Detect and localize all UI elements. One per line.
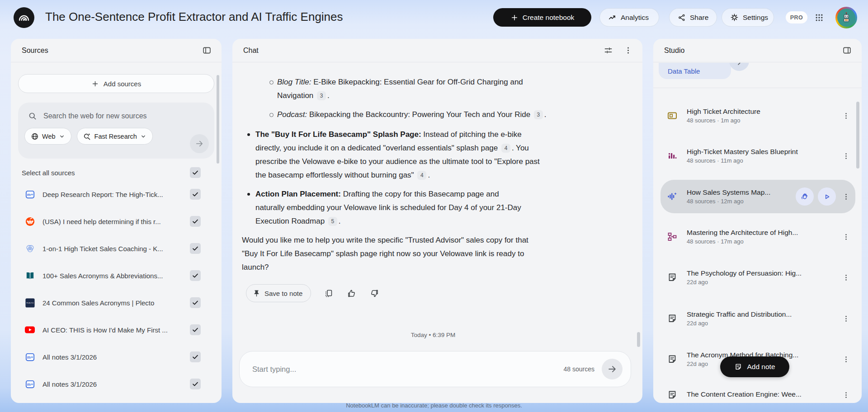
notebooklm-logo-icon[interactable] — [14, 7, 34, 28]
chat-scrollbar[interactable] — [637, 332, 640, 347]
chat-text-input[interactable] — [252, 365, 564, 374]
studio-scrollbar[interactable] — [856, 102, 859, 169]
collapse-studio-panel-icon[interactable] — [840, 44, 854, 57]
svg-text:m+: m+ — [27, 355, 33, 360]
item-menu-icon[interactable] — [840, 313, 852, 324]
search-icon — [28, 112, 37, 121]
select-all-sources-label: Select all sources — [22, 169, 75, 177]
select-all-checkbox[interactable] — [190, 167, 201, 178]
avatar-robot-image — [837, 9, 855, 27]
plus-icon — [91, 80, 99, 88]
svg-text:PLECTO: PLECTO — [26, 302, 33, 304]
table-frame-icon — [667, 110, 678, 121]
source-row[interactable]: (USA) I need help determining if this r.… — [11, 211, 222, 232]
reddit-icon — [24, 216, 35, 227]
chat-panel: Chat Blog Title: E-Bike Bikepacking: Ess… — [232, 39, 642, 403]
source-checkbox[interactable] — [190, 243, 201, 254]
citation-chip[interactable]: 4 — [417, 171, 426, 180]
citation-chip[interactable]: 5 — [328, 217, 337, 226]
youtube-icon — [24, 324, 35, 335]
add-note-button[interactable]: Add note — [720, 356, 789, 377]
chat-input-bar: 48 sources — [239, 351, 631, 387]
note-icon — [667, 272, 678, 283]
collapse-sources-panel-icon[interactable] — [200, 44, 213, 57]
source-row[interactable]: m+ All notes 3/1/2026 — [11, 373, 222, 395]
item-menu-icon[interactable] — [840, 272, 852, 283]
note-icon — [667, 354, 678, 365]
play-icon[interactable] — [818, 187, 836, 206]
notebook-title[interactable]: The One-Sentence Profit Extractor and AI… — [45, 10, 343, 24]
copy-icon[interactable] — [323, 288, 334, 299]
note-source-icon: m+ — [24, 189, 35, 200]
source-row[interactable]: PLECTO 24 Common Sales Acronyms | Plecto — [11, 292, 222, 314]
svg-text:m+: m+ — [27, 192, 33, 197]
share-button[interactable]: Share — [669, 8, 717, 27]
gear-icon — [730, 13, 739, 22]
settings-button[interactable]: Settings — [722, 8, 774, 27]
chat-sub-bullet: Blog Title: E-Bike Bikepacking: Essentia… — [269, 75, 541, 103]
thumbs-up-icon[interactable] — [346, 288, 357, 299]
source-row[interactable]: 1-on-1 High Ticket Sales Coaching - K... — [11, 238, 222, 259]
source-row[interactable]: 100+ Sales Acronyms & Abbreviations... — [11, 265, 222, 286]
citation-chip[interactable]: 3 — [317, 91, 326, 100]
account-avatar[interactable] — [835, 7, 857, 28]
studio-item[interactable]: High-Ticket Mastery Sales Blueprint48 so… — [660, 145, 855, 167]
sources-list: m+ Deep Research Report: The High-Tick..… — [11, 183, 222, 395]
submit-search-button[interactable] — [190, 134, 209, 153]
sources-panel: Sources Add sources Web Fast Research — [11, 39, 222, 403]
chat-sub-bullet: Podcast: Bikepacking the Backcountry: Po… — [269, 108, 586, 122]
note-source-icon: m+ — [24, 351, 35, 362]
item-menu-icon[interactable] — [840, 150, 852, 162]
data-table-chip[interactable]: Data Table — [659, 63, 731, 79]
studio-item[interactable]: High Ticket Architecture48 sources · 1m … — [660, 105, 855, 126]
web-filter-chip[interactable]: Web — [24, 128, 71, 145]
google-apps-grid-icon[interactable] — [813, 11, 826, 24]
item-menu-icon[interactable] — [840, 191, 852, 202]
chat-more-menu-icon[interactable] — [622, 44, 634, 56]
pro-badge: PRO — [786, 11, 807, 23]
source-checkbox[interactable] — [190, 189, 201, 200]
source-checkbox[interactable] — [190, 297, 201, 308]
source-row[interactable]: m+ All notes 3/1/2026 — [11, 346, 222, 368]
data-table-open-arrow-icon[interactable] — [729, 63, 749, 71]
studio-item[interactable]: The Psychology of Persuasion: Hig...22d … — [660, 267, 855, 288]
disclaimer-text: NotebookLM can be inaccurate; please dou… — [0, 398, 868, 412]
studio-item-selected[interactable]: How Sales Systems Map...48 sources · 12m… — [660, 180, 855, 213]
web-source-icon — [24, 243, 35, 254]
source-row[interactable]: m+ Deep Research Report: The High-Tick..… — [11, 183, 222, 205]
send-button[interactable] — [602, 359, 623, 379]
analytics-button[interactable]: Analytics — [599, 8, 659, 27]
sources-scrollbar[interactable] — [217, 75, 219, 164]
chat-panel-title: Chat — [243, 47, 259, 55]
source-checkbox[interactable] — [190, 216, 201, 227]
bar-chart-icon — [667, 150, 678, 161]
studio-panel: Studio Data Table High Ticket Architectu… — [653, 39, 862, 403]
research-mode-chip[interactable]: Fast Research — [77, 128, 153, 145]
item-menu-icon[interactable] — [840, 231, 852, 243]
source-checkbox[interactable] — [190, 379, 201, 389]
chat-settings-sliders-icon[interactable] — [602, 44, 615, 57]
thumbs-down-icon[interactable] — [369, 288, 380, 299]
studio-item[interactable]: Mastering the Architecture of High...48 … — [660, 226, 855, 248]
source-checkbox[interactable] — [190, 270, 201, 281]
source-checkbox[interactable] — [190, 324, 201, 335]
source-checkbox[interactable] — [190, 351, 201, 362]
search-sparkle-icon — [83, 132, 91, 140]
save-to-note-button[interactable]: Save to note — [246, 284, 311, 302]
item-menu-icon[interactable] — [840, 354, 852, 365]
source-row[interactable]: AI CEO: THIS is How I'd Make My First ..… — [11, 319, 222, 341]
add-sources-button[interactable]: Add sources — [18, 74, 214, 93]
citation-chip[interactable]: 3 — [534, 110, 543, 119]
citation-chip[interactable]: 4 — [501, 144, 510, 153]
flowchart-icon — [667, 231, 678, 242]
create-notebook-button[interactable]: Create notebook — [493, 8, 591, 27]
plecto-icon: PLECTO — [24, 297, 35, 308]
search-input[interactable] — [43, 112, 193, 120]
plus-icon — [510, 14, 519, 22]
svg-text:m+: m+ — [27, 382, 33, 387]
interactive-mode-hand-icon[interactable] — [796, 187, 814, 206]
item-menu-icon[interactable] — [840, 110, 852, 122]
audio-waveform-icon — [667, 191, 678, 202]
studio-item[interactable]: Strategic Traffic and Distribution...22d… — [660, 308, 855, 329]
studio-divider — [653, 88, 862, 88]
